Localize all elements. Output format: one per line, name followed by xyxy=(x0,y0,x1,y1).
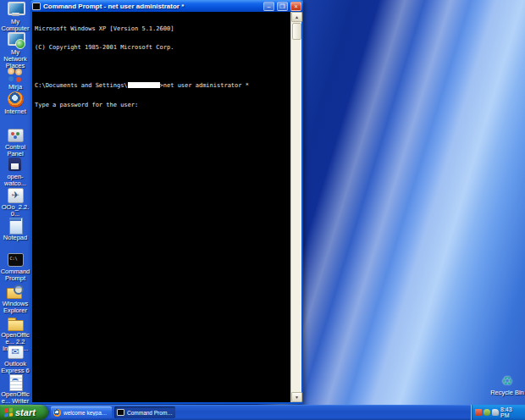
window-title: Command Prompt - net user administrator … xyxy=(43,3,261,10)
console-prompt-line: C:\Documents and Settings\>net user admi… xyxy=(35,82,290,89)
taskbar: start welcome keypad - Mo... Command Pro… xyxy=(0,405,525,420)
security-alert-icon[interactable] xyxy=(475,409,482,416)
taskbar-clock[interactable]: 8:43 PM xyxy=(500,406,522,418)
command-prompt-window: Command Prompt - net user administrator … xyxy=(30,0,303,404)
control-panel-icon xyxy=(6,127,25,143)
desktop-icon-openoffice-writer[interactable]: OpenOffice... Writer xyxy=(0,374,30,405)
desktop-icon-label: Outlook Express 6 xyxy=(0,361,30,374)
my-network-places-icon xyxy=(6,32,25,48)
desktop-icon-control-panel[interactable]: Control Panel xyxy=(0,127,30,158)
desktop-icon-open-watcom[interactable]: open-watco... xyxy=(0,157,30,187)
system-tray: 8:43 PM xyxy=(471,405,525,420)
taskbar-task-firefox[interactable]: welcome keypad - Mo... xyxy=(51,406,112,418)
vertical-scrollbar[interactable]: ▲ ▼ xyxy=(290,12,301,402)
desktop: My Computer My Network Places Mirja Inte… xyxy=(0,0,525,420)
desktop-icon-label: Command Prompt xyxy=(0,268,30,282)
desktop-icon-ooo-installer[interactable]: ✈ OOo_2.2.0... xyxy=(0,187,30,218)
desktop-icon-label: OOo_2.2.0... xyxy=(0,204,30,218)
desktop-icon-my-network-places[interactable]: My Network Places xyxy=(0,32,30,69)
desktop-icon-label: Internet xyxy=(0,108,30,115)
window-titlebar[interactable]: Command Prompt - net user administrator … xyxy=(30,0,303,12)
desktop-icon-internet[interactable]: Internet xyxy=(0,91,30,115)
users-icon xyxy=(6,67,25,83)
recycle-bin-icon: ♻ xyxy=(498,373,517,389)
scroll-down-button[interactable]: ▼ xyxy=(291,392,302,402)
console-line: Microsoft Windows XP [Version 5.1.2600] xyxy=(35,26,290,32)
desktop-icon-label: Windows Explorer xyxy=(0,301,30,314)
console-line: (C) Copyright 1985-2001 Microsoft Corp. xyxy=(35,45,290,51)
firefox-icon xyxy=(53,409,61,417)
start-label: start xyxy=(15,407,36,417)
openoffice-writer-icon xyxy=(6,374,25,390)
floppy-disk-icon xyxy=(6,157,25,173)
task-label: welcome keypad - Mo... xyxy=(64,410,109,416)
desktop-icon-windows-explorer[interactable]: Windows Explorer xyxy=(0,284,30,314)
restore-button[interactable]: ❐ xyxy=(277,2,288,11)
update-icon[interactable] xyxy=(484,409,490,416)
desktop-icon-label: My Computer xyxy=(0,19,30,32)
command-prompt-icon xyxy=(32,3,41,10)
prompt-command: >net user administrator * xyxy=(160,82,249,89)
installer-icon: ✈ xyxy=(6,187,25,203)
envelope-glyph: ✉ xyxy=(6,344,25,360)
desktop-icon-label: Control Panel xyxy=(0,144,30,158)
prompt-prefix: C:\Documents and Settings\ xyxy=(35,82,128,89)
command-prompt-icon: C:\ xyxy=(8,253,24,267)
recycle-glyph: ♻ xyxy=(498,373,517,389)
desktop-icon-label: OpenOffice... Writer xyxy=(0,391,30,405)
minimize-button[interactable]: – xyxy=(263,2,274,11)
plane-glyph: ✈ xyxy=(6,187,25,203)
desktop-icon-mirja[interactable]: Mirja xyxy=(0,67,30,91)
taskbar-task-command-prompt[interactable]: Command Prompt - n... xyxy=(114,406,175,418)
start-button[interactable]: start xyxy=(0,405,48,420)
redacted-username xyxy=(128,82,160,88)
firefox-icon xyxy=(8,91,24,108)
desktop-icon-command-prompt[interactable]: C:\ Command Prompt xyxy=(0,252,30,282)
desktop-icon-label: Mirja xyxy=(0,84,30,91)
desktop-icon-recycle-bin[interactable]: ♻ Recycle Bin xyxy=(489,373,525,396)
my-computer-icon xyxy=(6,2,25,18)
command-prompt-icon xyxy=(117,409,124,416)
desktop-icon-label: Notepad xyxy=(0,235,30,241)
console-blank-line xyxy=(35,64,290,69)
task-label: Command Prompt - n... xyxy=(127,410,173,416)
cmd-glyph: C:\ xyxy=(8,254,23,266)
windows-flag-icon xyxy=(4,407,13,417)
console-line: Type a password for the user: xyxy=(35,102,290,108)
volume-icon[interactable] xyxy=(492,409,499,416)
close-button[interactable]: × xyxy=(290,2,301,11)
desktop-icon-outlook-express[interactable]: ✉ Outlook Express 6 xyxy=(0,344,30,374)
folder-icon xyxy=(6,315,25,331)
desktop-icon-label: Recycle Bin xyxy=(489,390,525,396)
console-output[interactable]: Microsoft Windows XP [Version 5.1.2600] … xyxy=(32,12,290,402)
desktop-icon-label: open-watco... xyxy=(0,174,30,187)
desktop-icon-my-computer[interactable]: My Computer xyxy=(0,2,30,32)
windows-explorer-icon xyxy=(6,284,25,300)
outlook-express-icon: ✉ xyxy=(6,344,25,360)
scroll-up-button[interactable]: ▲ xyxy=(291,12,302,22)
desktop-icon-notepad[interactable]: Notepad xyxy=(0,218,30,241)
scrollbar-thumb[interactable] xyxy=(292,23,301,40)
notepad-icon xyxy=(6,218,25,234)
